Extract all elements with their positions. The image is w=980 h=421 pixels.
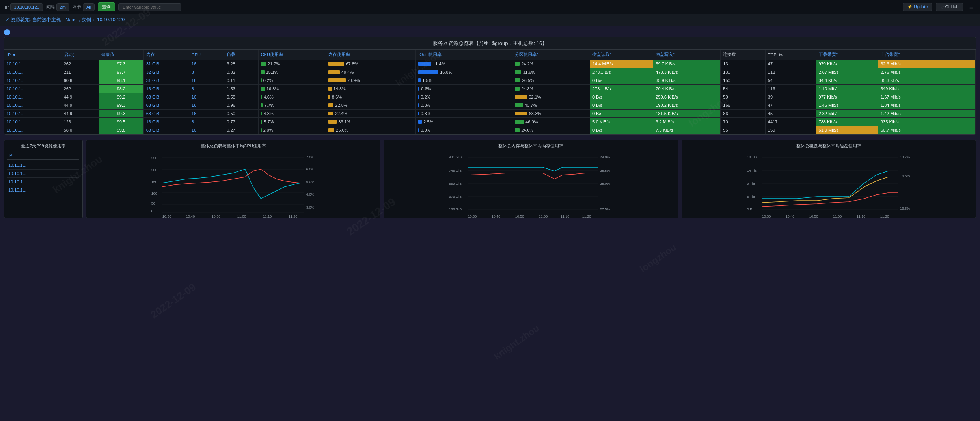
cell-cpu: 8 (189, 118, 224, 126)
cell-dl-bw: 61.9 Mib/s (816, 126, 878, 134)
x-label-1100: 11:00 (237, 214, 246, 218)
x-label-1030: 10:30 (162, 214, 171, 218)
th-conn[interactable]: 连接数 (721, 50, 766, 60)
top-right-controls: ⚡ Update ⊙ GitHub ≡ (903, 3, 975, 11)
cell-disk-pct: 46.0% (512, 118, 590, 126)
chart-3-svg: 931 GiB 745 GiB 559 GiB 373 GiB 186 GiB … (387, 151, 674, 214)
th-tcp-tw[interactable]: TCP_tw (765, 50, 816, 60)
cell-mem-pct: 36.1% (326, 118, 416, 126)
cell-ul-bw: 62.6 Mib/s (878, 60, 975, 68)
cell-load: 0.11 (224, 76, 258, 85)
th-ul-bw[interactable]: 上传带宽* (878, 50, 975, 60)
y3-right-275: 27.5% (600, 207, 610, 211)
cell-disk-pct: 40.7% (512, 101, 590, 110)
github-button[interactable]: ⊙ GitHub (936, 3, 963, 11)
cell-health: 99.3 (99, 110, 144, 118)
query-button[interactable]: 查询 (98, 2, 115, 11)
ip-select[interactable]: 10.10.10.120 (10, 3, 43, 11)
table-row[interactable]: 10.10.1... 44.9 99.3 63 GiB 16 0.50 4.8%… (4, 110, 976, 118)
update-button[interactable]: ⚡ Update (903, 3, 932, 11)
ip-list-item[interactable]: 10.10.1... (7, 186, 79, 194)
x3-1100: 11:00 (539, 214, 548, 218)
table-title: 服务器资源总览表【分组: $group，主机总数: 16】 (4, 37, 976, 50)
cell-disk-pct: 24.0% (512, 126, 590, 134)
th-disk-pct[interactable]: 分区使用率* (512, 50, 590, 60)
cell-dl-bw: 979 Kib/s (816, 60, 878, 68)
interval-select[interactable]: 2m (56, 3, 69, 11)
y-right-4: 4.0% (306, 192, 315, 196)
cell-startup: 58.0 (61, 126, 99, 134)
cell-cpu: 16 (189, 60, 224, 68)
x-label-1110: 11:10 (263, 214, 272, 218)
menu-button[interactable]: ≡ (967, 3, 975, 11)
cell-tcp-tw: 159 (765, 126, 816, 134)
cell-dl-bw: 34.4 Kb/s (816, 76, 878, 85)
cell-ip: 10.10.1... (4, 85, 61, 93)
cell-health: 99.2 (99, 93, 144, 101)
cell-health: 97.3 (99, 60, 144, 68)
th-cpu-pct[interactable]: CPU使用率 (258, 50, 326, 60)
cell-disk-pct: 31.6% (512, 68, 590, 76)
cell-mem-pct: 22.8% (326, 101, 416, 110)
y3-745: 745 GiB (449, 169, 462, 173)
th-disk-write[interactable]: 磁盘写入* (653, 50, 721, 60)
th-startup[interactable]: 启动( (61, 50, 99, 60)
cell-health: 98.2 (99, 85, 144, 93)
cell-mem: 16 GiB (143, 118, 189, 126)
x-label-1050: 10:50 (212, 214, 221, 218)
cell-mem-pct: 67.8% (326, 60, 416, 68)
th-cpu[interactable]: CPU (189, 50, 224, 60)
th-load[interactable]: 负载 (224, 50, 258, 60)
cell-mem: 63 GiB (143, 101, 189, 110)
cell-tcp-tw: 4417 (765, 118, 816, 126)
cell-ul-bw: 1.67 Mib/s (878, 93, 975, 101)
chart-panel-2: 整体总负载与整体平均CPU使用率 250 200 150 100 50 0 7.… (86, 140, 380, 218)
variable-input[interactable] (118, 3, 181, 11)
resource-summary-ip: 10.10.10.120 (97, 17, 125, 22)
cell-cpu-pct: 7.7% (258, 101, 326, 110)
ip-list-item[interactable]: 10.10.1... (7, 170, 79, 178)
cell-disk-write: 190.2 KiB/s (653, 101, 721, 110)
table-row[interactable]: 10.10.1... 262 98.2 16 GiB 8 1.53 16.8% … (4, 85, 976, 93)
cell-disk-read: 0 B/s (590, 126, 653, 134)
table-row[interactable]: 10.10.1... 262 97.3 31 GiB 16 3.28 21.7%… (4, 60, 976, 68)
cell-conn: 130 (721, 68, 766, 76)
cell-load: 0.50 (224, 110, 258, 118)
cell-ioutil: 2.5% (416, 118, 512, 126)
th-mem-pct[interactable]: 内存使用率 (326, 50, 416, 60)
cell-ioutil: 11.4% (416, 60, 512, 68)
cell-ioutil: 0.0% (416, 126, 512, 134)
table-row[interactable]: 10.10.1... 60.6 98.1 31 GiB 16 0.11 0.2%… (4, 76, 976, 85)
th-disk-read[interactable]: 磁盘读取* (590, 50, 653, 60)
cell-load: 0.77 (224, 118, 258, 126)
th-dl-bw[interactable]: 下载带宽* (816, 50, 878, 60)
cell-cpu-pct: 5.7% (258, 118, 326, 126)
table-row[interactable]: 10.10.1... 44.9 99.2 63 GiB 16 0.58 4.6%… (4, 93, 976, 101)
cell-disk-pct: 26.5% (512, 76, 590, 85)
x3-1050: 10:50 (515, 214, 524, 218)
cell-dl-bw: 2.32 Mib/s (816, 110, 878, 118)
table-row[interactable]: 10.10.1... 211 97.7 32 GiB 8 0.82 15.1% … (4, 68, 976, 76)
nic-select[interactable]: All (83, 3, 95, 11)
ip-list-item[interactable]: 10.10.1... (7, 178, 79, 186)
y4-right-137: 13.7% (900, 155, 910, 159)
ip-list-header: IP (7, 151, 79, 160)
table-row[interactable]: 10.10.1... 126 99.5 16 GiB 8 0.77 5.7% 3… (4, 118, 976, 126)
ip-list-item[interactable]: 10.10.1... (7, 161, 79, 170)
th-ioutil[interactable]: IOutil使用率 (416, 50, 512, 60)
y-right-7: 7.0% (306, 155, 315, 159)
nic-label: 网卡 (73, 4, 81, 10)
table-row[interactable]: 10.10.1... 44.9 99.3 63 GiB 16 0.96 7.7%… (4, 101, 976, 110)
cell-disk-write: 250.6 KiB/s (653, 93, 721, 101)
cell-disk-pct: 62.1% (512, 93, 590, 101)
th-ip[interactable]: IP ▼ (4, 50, 61, 60)
th-health[interactable]: 健康值 (99, 50, 144, 60)
table-row[interactable]: 10.10.1... 58.0 99.8 63 GiB 16 0.27 2.0%… (4, 126, 976, 134)
cell-tcp-tw: 47 (765, 101, 816, 110)
x-label-1040: 10:40 (186, 214, 195, 218)
th-mem[interactable]: 内存 (143, 50, 189, 60)
y3-right-29: 29.0% (600, 155, 610, 159)
interval-control: 间隔 2m (46, 3, 69, 11)
cell-mem-pct: 25.6% (326, 126, 416, 134)
cell-disk-read: 0 B/s (590, 101, 653, 110)
